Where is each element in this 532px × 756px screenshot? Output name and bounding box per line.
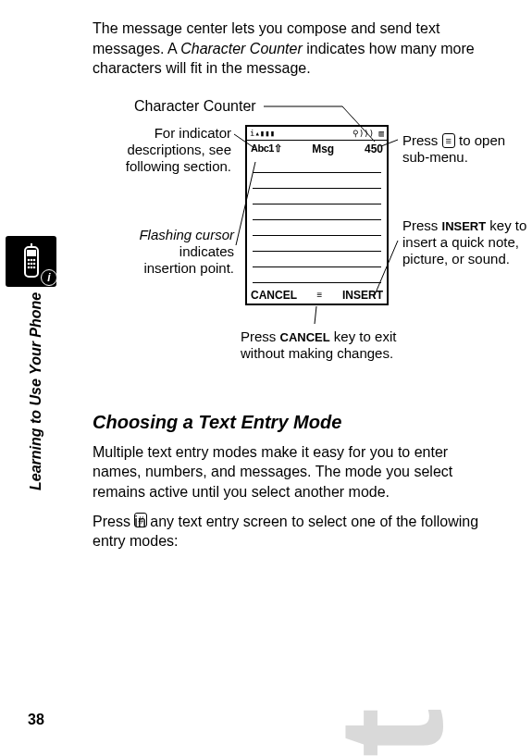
insert-label: Press INSERT key to insert a quick note,… — [402, 217, 532, 267]
phone-icon-badge: i — [6, 236, 56, 287]
svg-rect-1 — [27, 250, 36, 256]
text-entry-area — [247, 157, 387, 283]
cursor-label-em: Flashing cursor — [139, 227, 234, 242]
title-row: Abc1⇧ Msg 450 — [247, 141, 387, 157]
menu-key-icon: ≡ — [442, 133, 455, 148]
menu-label: Press ≡ to open sub-menu. — [402, 132, 527, 166]
cancel-key-text: CANCEL — [280, 330, 330, 344]
info-icon: i — [41, 269, 57, 286]
menu-label-before: Press — [402, 132, 442, 148]
svg-point-7 — [32, 262, 35, 265]
page-number: 38 — [28, 712, 44, 728]
subheading-choosing-mode: Choosing a Text Entry Mode — [93, 412, 504, 433]
intro-character-counter: Character Counter — [180, 41, 303, 56]
battery-icon: ⚲))) ▥ — [353, 129, 384, 138]
insert-label-before: Press — [402, 217, 442, 233]
press-paragraph: Press # in any text entry screen to sele… — [93, 512, 495, 552]
svg-point-10 — [32, 266, 35, 268]
hash-key-icon: # — [134, 513, 147, 527]
phone-screen-mock: i▴▮▮▮ ⚲))) ▥ Abc1⇧ Msg 450 CANCEL ≡ INSE… — [245, 125, 389, 305]
insert-key-text: INSERT — [442, 219, 487, 233]
modes-paragraph: Multiple text entry modes make it easy f… — [93, 442, 495, 502]
svg-point-4 — [32, 258, 35, 261]
character-counter-value: 450 — [365, 143, 383, 155]
menu-softkey-icon: ≡ — [317, 290, 323, 300]
svg-point-6 — [30, 262, 32, 265]
svg-point-5 — [27, 262, 30, 265]
press-before: Press — [93, 514, 134, 529]
press-after: in any text entry screen to select one o… — [93, 514, 478, 550]
svg-point-2 — [27, 258, 30, 261]
svg-point-3 — [30, 258, 32, 261]
left-softkey: CANCEL — [251, 289, 297, 302]
intro-paragraph: The message center lets you compose and … — [93, 19, 495, 79]
softkey-row: CANCEL ≡ INSERT — [247, 287, 387, 304]
cancel-label: Press CANCEL key to exit without making … — [241, 328, 435, 362]
svg-point-9 — [30, 266, 32, 268]
indicator-label: For indicator descriptions, see followin… — [111, 125, 231, 175]
right-softkey: INSERT — [342, 289, 383, 302]
screen-title: Msg — [312, 143, 334, 155]
status-bar: i▴▮▮▮ ⚲))) ▥ — [247, 127, 387, 141]
cursor-label: Flashing cursor indicates insertion poin… — [128, 227, 234, 277]
cursor-label-rest: indicates insertion point. — [143, 243, 234, 276]
cancel-label-before: Press — [241, 328, 280, 344]
svg-point-8 — [27, 266, 30, 268]
page-content: The message center lets you compose and … — [0, 0, 532, 756]
counter-heading-label: Character Counter — [134, 97, 256, 115]
signal-icon: i▴▮▮▮ — [250, 129, 275, 138]
section-title-sidebar: Learning to Use Your Phone — [28, 292, 44, 490]
mode-indicator: Abc1⇧ — [251, 143, 281, 155]
diagram: i▴▮▮▮ ⚲))) ▥ Abc1⇧ Msg 450 CANCEL ≡ INSE… — [83, 97, 504, 384]
